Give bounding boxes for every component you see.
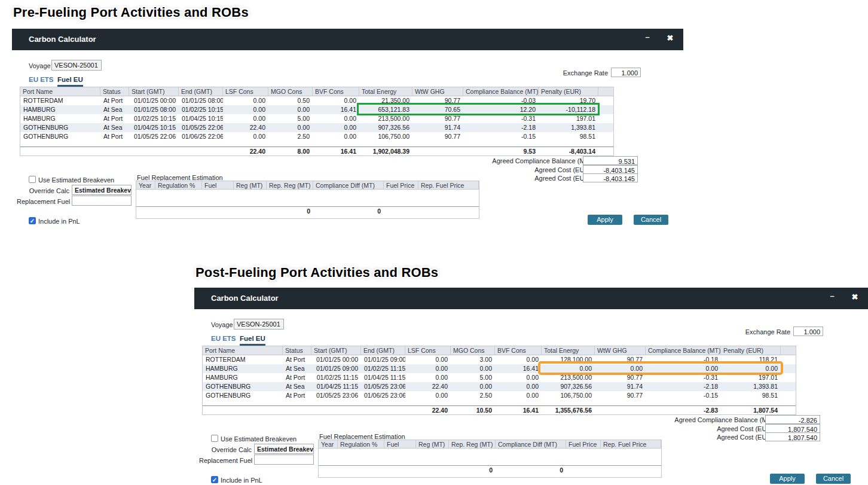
column-header[interactable]: Start (GMT) — [311, 346, 361, 355]
table-cell: 01/06/25 22:06 — [179, 132, 223, 141]
port-activities-table[interactable]: Port NameStatusStart (GMT)End (GMT)LSF C… — [20, 87, 614, 156]
fuel-column-header[interactable]: Rep. Reg (MT) — [267, 181, 313, 189]
minimize-icon[interactable]: – — [643, 32, 652, 41]
totals-cell: 10.50 — [451, 406, 495, 414]
include-in-pnl-checkbox[interactable] — [29, 217, 36, 224]
agreed-cost-input-2[interactable]: -8,403.145 — [583, 173, 638, 182]
table-row[interactable]: GOTHENBURGAt Sea01/04/25 10:1501/05/25 2… — [20, 123, 613, 132]
column-header[interactable]: WtW GHG — [412, 87, 463, 96]
fuel-column-header[interactable]: Rep. Fuel Price — [418, 181, 479, 189]
fuel-column-header[interactable]: Compliance Diff (MT) — [313, 181, 384, 189]
table-cell: 0.00 — [223, 114, 268, 123]
fuel-column-header[interactable]: Reg (MT) — [416, 440, 449, 448]
replacement-fuel-input[interactable] — [254, 455, 314, 465]
table-cell: GOTHENBURG — [203, 391, 283, 400]
column-header[interactable]: Status — [100, 87, 129, 96]
fuel-replacement-table[interactable]: YearRegulation %FuelReg (MT)Rep. Reg (MT… — [136, 181, 479, 219]
column-header[interactable]: Penalty (EUR) — [721, 346, 781, 355]
voyage-input[interactable]: VESON-25001 — [234, 319, 284, 330]
column-header[interactable]: LSF Cons — [405, 346, 451, 355]
exchange-rate-input[interactable]: 1.000 — [611, 68, 641, 77]
fuel-column-header[interactable]: Rep. Reg (MT) — [449, 440, 496, 448]
column-header[interactable]: Total Energy — [542, 346, 595, 355]
override-calc-input[interactable]: Estimated Breakeven — [72, 185, 132, 195]
table-cell: -0.31 — [646, 373, 721, 382]
table-cell: At Port — [283, 391, 311, 400]
table-row[interactable]: GOTHENBURGAt Port01/05/25 23:0601/06/25 … — [203, 391, 796, 400]
column-header[interactable]: Compliance Balance (MT) — [646, 346, 721, 355]
table-row[interactable]: GOTHENBURGAt Port01/05/25 22:0601/06/25 … — [20, 132, 613, 141]
replacement-fuel-input[interactable] — [72, 196, 132, 206]
fuel-replacement-table[interactable]: YearRegulation %FuelReg (MT)Rep. Reg (MT… — [318, 440, 662, 478]
table-row[interactable]: ROTTERDAMAt Port01/01/25 00:0001/01/25 0… — [203, 355, 796, 364]
apply-button[interactable]: Apply — [770, 474, 805, 484]
exchange-rate-input[interactable]: 1.000 — [793, 327, 823, 336]
tab-eu-ets[interactable]: EU ETS — [211, 335, 236, 342]
column-header[interactable]: End (GMT) — [179, 87, 223, 96]
agreed-compliance-balance-input[interactable]: 9.531 — [583, 156, 638, 165]
fuel-column-header[interactable]: Regulation % — [338, 440, 384, 448]
fuel-column-header[interactable]: Fuel Price — [384, 181, 418, 189]
column-header[interactable]: Status — [283, 346, 311, 355]
tab-eu-ets[interactable]: EU ETS — [29, 76, 54, 83]
column-header[interactable]: Penalty (EUR) — [539, 87, 598, 96]
column-header[interactable]: Start (GMT) — [129, 87, 179, 96]
override-calc-input[interactable]: Estimated Breakeven — [254, 444, 314, 454]
fuel-column-header[interactable]: Regulation % — [155, 181, 202, 189]
totals-cell: -2.83 — [646, 406, 721, 414]
table-cell: 19.70 — [539, 96, 598, 105]
cancel-button[interactable]: Cancel — [634, 215, 668, 225]
fuel-column-header[interactable]: Reg (MT) — [234, 181, 267, 189]
agreed-cost-input-1[interactable]: -8,403.145 — [583, 165, 638, 174]
table-row[interactable]: HAMBURGAt Sea01/01/25 09:0001/02/25 11:1… — [203, 364, 796, 373]
column-header[interactable]: Port Name — [203, 346, 283, 355]
tab-fuel-eu[interactable]: Fuel EU — [57, 76, 83, 87]
agreed-cost-input-2[interactable]: 1,807.540 — [765, 432, 820, 441]
column-header[interactable]: MGO Cons — [268, 87, 313, 96]
fuel-column-header[interactable]: Rep. Fuel Price — [601, 440, 661, 448]
agreed-compliance-balance-input[interactable]: -2.826 — [765, 415, 820, 424]
column-header[interactable]: Port Name — [20, 87, 100, 96]
table-cell: ROTTERDAM — [203, 355, 283, 364]
apply-button[interactable]: Apply — [588, 215, 622, 225]
cancel-button[interactable]: Cancel — [816, 474, 851, 484]
table-cell: 0.00 — [646, 364, 721, 373]
table-row[interactable]: HAMBURGAt Port01/02/25 11:1501/04/25 11:… — [203, 373, 796, 382]
column-header[interactable]: MGO Cons — [451, 346, 495, 355]
fuel-totals-cell — [566, 466, 601, 474]
port-activities-table[interactable]: Port NameStatusStart (GMT)End (GMT)LSF C… — [202, 346, 796, 415]
include-in-pnl-label: Include in PnL — [38, 218, 80, 225]
table-cell: 0.50 — [268, 96, 313, 105]
titlebar[interactable]: Carbon Calculator – ✖ — [12, 29, 683, 50]
fuel-column-header[interactable]: Year — [319, 440, 338, 448]
column-header[interactable]: Total Energy — [359, 87, 412, 96]
titlebar[interactable]: Carbon Calculator – ✖ — [194, 288, 868, 309]
fuel-column-header[interactable]: Year — [136, 181, 155, 189]
column-header[interactable]: LSF Cons — [223, 87, 268, 96]
include-in-pnl-checkbox[interactable] — [211, 476, 218, 483]
fuel-column-header[interactable]: Fuel — [384, 440, 416, 448]
table-row[interactable]: ROTTERDAMAt Port01/01/25 00:0001/01/25 0… — [20, 96, 613, 105]
column-header[interactable]: Compliance Balance (MT) — [463, 87, 539, 96]
use-estimated-breakeven-checkbox[interactable] — [29, 176, 36, 183]
minimize-icon[interactable]: – — [827, 291, 837, 300]
close-icon[interactable]: ✖ — [850, 292, 860, 301]
voyage-input[interactable]: VESON-25001 — [51, 60, 102, 71]
column-header[interactable]: BVF Cons — [313, 87, 359, 96]
tab-fuel-eu[interactable]: Fuel EU — [240, 335, 265, 346]
agreed-cost-input-1[interactable]: 1,807.540 — [765, 424, 820, 433]
fuel-column-header[interactable]: Fuel Price — [566, 440, 601, 448]
fuel-column-header[interactable]: Compliance Diff (MT) — [496, 440, 566, 448]
column-header[interactable]: BVF Cons — [495, 346, 542, 355]
table-row[interactable]: HAMBURGAt Sea01/01/25 08:0001/02/25 10:1… — [20, 105, 613, 114]
fuel-column-header[interactable]: Fuel — [202, 181, 234, 189]
use-estimated-breakeven-checkbox[interactable] — [211, 435, 218, 442]
table-cell: 16.41 — [313, 105, 359, 114]
table-row[interactable]: HAMBURGAt Port01/02/25 10:1501/04/25 10:… — [20, 114, 613, 123]
table-cell: 01/04/25 11:15 — [311, 382, 361, 391]
column-header[interactable]: WtW GHG — [595, 346, 646, 355]
table-row[interactable]: GOTHENBURGAt Sea01/04/25 11:1501/05/25 2… — [203, 382, 796, 391]
column-header[interactable]: End (GMT) — [361, 346, 405, 355]
close-icon[interactable]: ✖ — [665, 33, 675, 42]
table-cell: 01/01/25 08:00 — [129, 105, 179, 114]
